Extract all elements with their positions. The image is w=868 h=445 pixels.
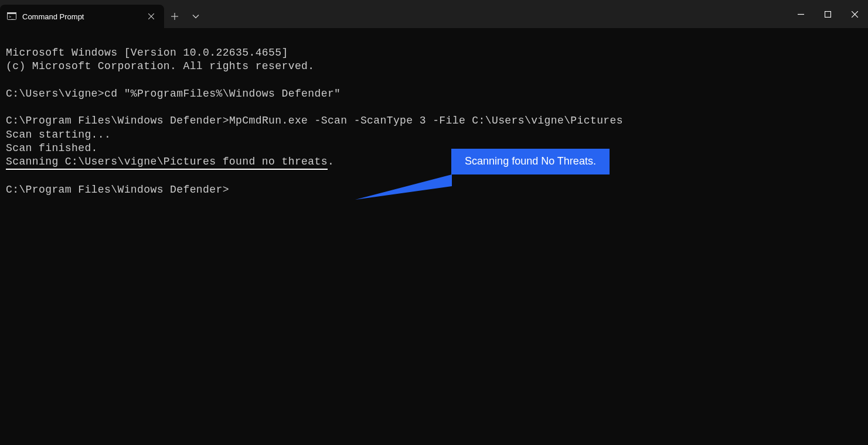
annotation-callout: Scanning found No Threats.	[451, 149, 610, 174]
maximize-button[interactable]	[814, 0, 841, 28]
titlebar: >_ Command Prompt	[0, 0, 868, 28]
titlebar-drag-area[interactable]	[206, 0, 787, 28]
terminal-line-highlighted: Scanning C:\Users\vigne\Pictures found n…	[6, 155, 328, 170]
terminal-prompt: C:\Program Files\Windows Defender>	[6, 115, 229, 126]
terminal-prompt: C:\Users\vigne>	[6, 88, 104, 100]
tab-dropdown-button[interactable]	[185, 5, 206, 28]
terminal-line: Scan finished.	[6, 142, 98, 154]
terminal-line: Scan starting...	[6, 129, 111, 141]
terminal-line: (c) Microsoft Corporation. All rights re…	[6, 60, 314, 72]
svg-rect-1	[7, 12, 16, 14]
minimize-button[interactable]	[787, 0, 814, 28]
active-tab[interactable]: >_ Command Prompt	[0, 5, 164, 28]
terminal-area[interactable]: Microsoft Windows [Version 10.0.22635.46…	[0, 28, 868, 242]
terminal-line-dot: .	[328, 156, 334, 167]
terminal-command: MpCmdRun.exe -Scan -ScanType 3 -File C:\…	[229, 115, 623, 126]
svg-rect-8	[825, 11, 830, 17]
terminal-line: Microsoft Windows [Version 10.0.22635.46…	[6, 47, 288, 59]
tab-title: Command Prompt	[22, 12, 139, 21]
new-tab-button[interactable]	[164, 5, 185, 28]
cmd-icon: >_	[7, 12, 16, 21]
callout-text: Scanning found No Threats.	[465, 155, 596, 168]
terminal-prompt: C:\Program Files\Windows Defender>	[6, 184, 229, 196]
tab-close-button[interactable]	[145, 11, 157, 22]
svg-marker-11	[355, 174, 452, 200]
close-button[interactable]	[841, 0, 868, 28]
window-controls	[787, 0, 868, 28]
terminal-command: cd "%ProgramFiles%\Windows Defender"	[104, 88, 341, 100]
svg-text:>_: >_	[9, 15, 14, 19]
